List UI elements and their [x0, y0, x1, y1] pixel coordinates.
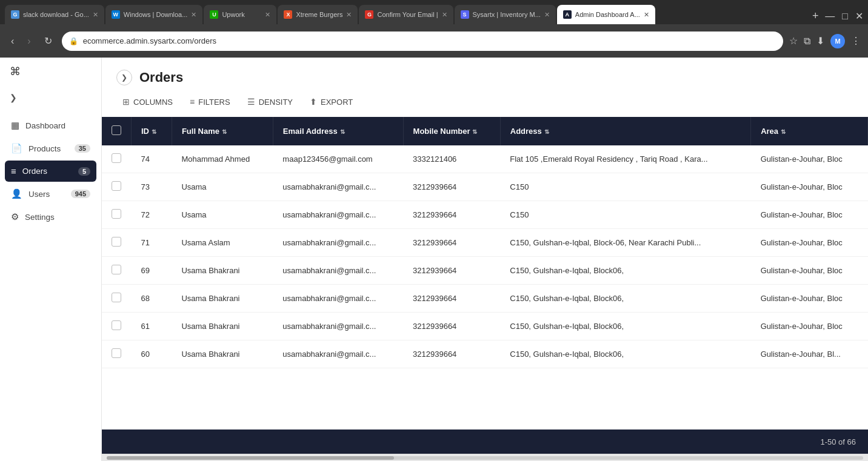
col-header-email[interactable]: Email Address⇅: [273, 117, 403, 145]
nav-badge-products: 35: [75, 144, 90, 153]
tab-close-slack[interactable]: ✕: [93, 11, 98, 19]
sidebar: ⌘ ❯ ▦ Dashboard 📄 Products 35 ≡ Orders 5…: [0, 58, 102, 461]
row-fullname-60: Usama Bhakrani: [172, 340, 273, 368]
col-header-id[interactable]: ID⇅: [132, 117, 172, 145]
browser-tab-windows[interactable]: W Windows | Downloa... ✕: [105, 5, 203, 24]
new-tab-button[interactable]: +: [807, 7, 824, 24]
table-row: 68 Usama Bhakrani usamabhakrani@gmail.c.…: [102, 285, 868, 313]
close-button[interactable]: ✕: [855, 10, 863, 22]
row-mobile-68: 3212939664: [403, 285, 500, 313]
tab-favicon-slack: G: [11, 10, 19, 19]
cmd-icon: ⌘: [10, 65, 21, 78]
density-icon: ☰: [247, 97, 255, 107]
browser-chrome: G slack download - Go... ✕ W Windows | D…: [0, 0, 868, 58]
row-email-72: usamabhakrani@gmail.c...: [273, 201, 403, 229]
columns-button[interactable]: ⊞ COLUMNS: [114, 93, 181, 111]
tab-close-admin[interactable]: ✕: [644, 11, 649, 19]
window-controls: — □ ✕: [825, 10, 863, 24]
bookmark-icon[interactable]: ☆: [789, 35, 798, 47]
sidebar-item-users[interactable]: 👤 Users 945: [5, 183, 96, 205]
col-header-address[interactable]: Address⇅: [500, 117, 750, 145]
table-footer: 1-50 of 66: [102, 429, 868, 454]
sidebar-item-dashboard[interactable]: ▦ Dashboard: [5, 114, 96, 136]
menu-icon[interactable]: ⋮: [851, 35, 861, 47]
browser-tab-upwork[interactable]: U Upwork ✕: [204, 5, 276, 24]
maximize-button[interactable]: □: [842, 11, 848, 22]
row-id-74: 74: [132, 145, 172, 173]
row-address-60: C150, Gulshan-e-Iqbal, Block06,: [500, 340, 750, 368]
browser-tab-xtreme[interactable]: X Xtreme Burgers ✕: [278, 5, 358, 24]
col-header-fullname[interactable]: Full Name⇅: [172, 117, 273, 145]
browser-tab-slack[interactable]: G slack download - Go... ✕: [5, 5, 104, 24]
row-fullname-68: Usama Bhakrani: [172, 285, 273, 313]
table-row: 73 Usama usamabhakrani@gmail.c... 321293…: [102, 173, 868, 201]
col-header-area[interactable]: Area⇅: [751, 117, 868, 145]
tab-favicon-upwork: U: [210, 10, 218, 19]
density-button[interactable]: ☰ DENSITY: [239, 93, 301, 111]
row-checkbox-69[interactable]: [102, 257, 132, 285]
address-bar[interactable]: 🔒 ecommerce.admin.sysartx.com/orders: [62, 32, 783, 51]
tab-favicon-confirm: G: [365, 10, 373, 19]
row-fullname-74: Mohammad Ahmed: [172, 145, 273, 173]
nav-icon-dashboard: ▦: [11, 120, 19, 131]
nav-label-products: Products: [28, 144, 68, 153]
row-checkbox-71[interactable]: [102, 229, 132, 257]
download-icon[interactable]: ⬇: [816, 35, 824, 47]
tab-label-upwork: Upwork: [222, 11, 261, 18]
table-row: 60 Usama Bhakrani usamabhakrani@gmail.c.…: [102, 340, 868, 368]
row-checkbox-68[interactable]: [102, 285, 132, 313]
row-mobile-60: 3212939664: [403, 340, 500, 368]
sidebar-item-orders[interactable]: ≡ Orders 5: [5, 161, 96, 182]
reload-button[interactable]: ↻: [41, 33, 56, 49]
profile-avatar[interactable]: M: [830, 34, 845, 48]
row-checkbox-73[interactable]: [102, 173, 132, 201]
col-header-mobile[interactable]: Mobile Number⇅: [403, 117, 500, 145]
browser-tab-sysartx[interactable]: S Sysartx | Inventory M... ✕: [455, 5, 556, 24]
scroll-track: [107, 456, 863, 460]
export-button[interactable]: ⬆ EXPORT: [301, 93, 361, 111]
row-checkbox-60[interactable]: [102, 340, 132, 368]
nav-icon-settings: ⚙: [11, 211, 19, 222]
browser-tab-admin[interactable]: A Admin Dashboard A... ✕: [557, 5, 655, 24]
select-all-checkbox[interactable]: [112, 125, 121, 135]
col-header-checkbox[interactable]: [102, 117, 132, 145]
nav-label-orders: Orders: [22, 167, 72, 176]
sort-icon-fullname: ⇅: [222, 128, 227, 135]
tab-favicon-windows: W: [112, 10, 120, 19]
cmd-button[interactable]: ⌘: [0, 58, 101, 85]
table-toolbar: ⊞ COLUMNS ≡ FILTERS ☰ DENSITY ⬆ EXPORT: [102, 93, 868, 117]
sort-icon-address: ⇅: [544, 128, 549, 135]
nav-badge-users: 945: [71, 190, 90, 198]
back-button[interactable]: ‹: [7, 33, 18, 49]
minimize-button[interactable]: —: [825, 11, 835, 22]
row-id-72: 72: [132, 201, 172, 229]
browser-tab-confirm[interactable]: G Confirm Your Email | ✕: [359, 5, 453, 24]
row-mobile-72: 3212939664: [403, 201, 500, 229]
row-area-73: Gulistan-e-Jouhar, Bloc: [751, 173, 868, 201]
tab-close-confirm[interactable]: ✕: [442, 11, 447, 19]
sidebar-toggle-button[interactable]: ❯: [0, 85, 101, 110]
sort-icon-id: ⇅: [152, 128, 156, 135]
filters-button[interactable]: ≡ FILTERS: [181, 93, 239, 111]
sidebar-item-products[interactable]: 📄 Products 35: [5, 138, 96, 159]
extensions-icon[interactable]: ⧉: [804, 36, 810, 47]
columns-label: COLUMNS: [133, 98, 173, 107]
tab-close-windows[interactable]: ✕: [191, 11, 196, 19]
row-area-68: Gulistan-e-Jouhar, Bloc: [751, 285, 868, 313]
forward-button[interactable]: ›: [24, 33, 34, 49]
row-mobile-73: 3212939664: [403, 173, 500, 201]
tab-close-xtreme[interactable]: ✕: [346, 11, 352, 19]
tab-close-sysartx[interactable]: ✕: [544, 11, 550, 19]
row-checkbox-72[interactable]: [102, 201, 132, 229]
sidebar-item-settings[interactable]: ⚙ Settings: [5, 206, 96, 228]
expand-button[interactable]: ❯: [116, 70, 132, 85]
row-checkbox-74[interactable]: [102, 145, 132, 173]
row-email-74: maap123456@gmail.com: [273, 145, 403, 173]
toggle-chevron-icon: ❯: [10, 93, 17, 102]
table-row: 61 Usama Bhakrani usamabhakrani@gmail.c.…: [102, 313, 868, 340]
tab-label-sysartx: Sysartx | Inventory M...: [473, 11, 541, 18]
scroll-thumb[interactable]: [107, 456, 394, 460]
tab-close-upwork[interactable]: ✕: [265, 11, 270, 19]
row-checkbox-61[interactable]: [102, 313, 132, 340]
horizontal-scrollbar[interactable]: [102, 454, 868, 461]
